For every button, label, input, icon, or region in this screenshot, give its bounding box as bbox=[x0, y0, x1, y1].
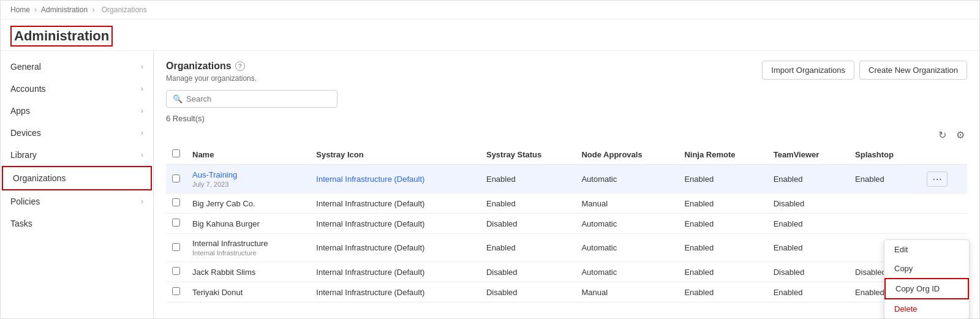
row-checkbox[interactable] bbox=[172, 243, 180, 251]
systray-status-cell: Enabled bbox=[480, 193, 575, 214]
teamviewer-cell: Disabled bbox=[767, 193, 849, 214]
node-approvals-cell: Manual bbox=[575, 193, 678, 214]
more-actions-button[interactable]: ⋯ bbox=[927, 171, 948, 187]
breadcrumb-home[interactable]: Home bbox=[10, 6, 30, 14]
actions-cell bbox=[921, 214, 967, 234]
page-title: Administration bbox=[10, 26, 113, 47]
actions-cell: ⋯ bbox=[921, 165, 967, 193]
select-all-checkbox[interactable] bbox=[172, 149, 180, 157]
org-name2: Internal Infrastructure bbox=[192, 249, 304, 257]
ninja-remote-cell: Enabled bbox=[678, 193, 767, 214]
col-splashtop: Splashtop bbox=[849, 144, 921, 165]
row-checkbox[interactable] bbox=[172, 219, 180, 227]
col-systray-status: Systray Status bbox=[480, 144, 575, 165]
search-input[interactable] bbox=[186, 94, 331, 103]
menu-item-copy-org-id[interactable]: Copy Org ID bbox=[884, 278, 969, 299]
search-icon: 🔍 bbox=[173, 94, 183, 103]
content-title: Organizations ? bbox=[166, 61, 257, 72]
splashtop-cell bbox=[849, 214, 921, 234]
splashtop-cell bbox=[849, 193, 921, 214]
search-box: 🔍 bbox=[166, 90, 337, 108]
systray-icon-cell: Internal Infrastructure (Default) bbox=[310, 193, 480, 214]
chevron-right-icon: › bbox=[141, 107, 143, 115]
import-organizations-button[interactable]: Import Organizations bbox=[762, 61, 854, 80]
teamviewer-cell: Enabled bbox=[767, 165, 849, 193]
chevron-right-icon: › bbox=[141, 129, 143, 137]
results-count: 6 Result(s) bbox=[166, 114, 967, 123]
col-teamviewer: TeamViewer bbox=[767, 144, 849, 165]
col-node-approvals: Node Approvals bbox=[575, 144, 678, 165]
systray-status-cell: Disabled bbox=[480, 214, 575, 234]
sidebar-item-devices[interactable]: Devices › bbox=[1, 122, 153, 144]
col-actions bbox=[921, 144, 967, 165]
teamviewer-cell: Enabled bbox=[767, 282, 849, 302]
node-approvals-cell: Manual bbox=[575, 282, 678, 302]
teamviewer-cell: Enabled bbox=[767, 234, 849, 262]
settings-button[interactable]: ⚙ bbox=[954, 128, 967, 142]
page-header: Administration bbox=[1, 20, 979, 51]
menu-item-edit[interactable]: Edit bbox=[884, 240, 969, 259]
table-toolbar: ↻ ⚙ bbox=[166, 128, 967, 142]
org-name-link[interactable]: Aus-Training bbox=[192, 170, 237, 179]
chevron-right-icon: › bbox=[141, 84, 143, 93]
breadcrumb-administration[interactable]: Administration bbox=[41, 6, 88, 14]
header-buttons: Import Organizations Create New Organiza… bbox=[762, 61, 967, 80]
breadcrumb: Home › Administration › Organizations bbox=[1, 1, 979, 20]
menu-item-delete[interactable]: Delete bbox=[884, 299, 969, 318]
search-container: 🔍 bbox=[166, 90, 967, 108]
row-checkbox[interactable] bbox=[172, 198, 180, 206]
systray-icon-cell: Internal Infrastructure (Default) bbox=[310, 214, 480, 234]
teamviewer-cell: Enabled bbox=[767, 214, 849, 234]
systray-icon-cell: Internal Infrastructure (Default) bbox=[310, 165, 480, 193]
content-area: Organizations ? Manage your organization… bbox=[154, 51, 979, 318]
content-title-block: Organizations ? Manage your organization… bbox=[166, 61, 257, 83]
row-checkbox[interactable] bbox=[172, 267, 180, 275]
sidebar-item-tasks[interactable]: Tasks bbox=[1, 212, 153, 235]
node-approvals-cell: Automatic bbox=[575, 165, 678, 193]
node-approvals-cell: Automatic bbox=[575, 262, 678, 282]
ninja-remote-cell: Enabled bbox=[678, 214, 767, 234]
splashtop-cell: Enabled bbox=[849, 165, 921, 193]
ninja-remote-cell: Enabled bbox=[678, 262, 767, 282]
sidebar: General › Accounts › Apps › Devices › Li… bbox=[1, 51, 154, 318]
org-name-cell: Big Kahuna Burger bbox=[186, 214, 310, 234]
systray-status-cell: Disabled bbox=[480, 282, 575, 302]
table-row: Jack Rabbit SlimsInternal Infrastructure… bbox=[166, 262, 967, 282]
node-approvals-cell: Automatic bbox=[575, 214, 678, 234]
org-name-cell: Teriyaki Donut bbox=[186, 282, 310, 302]
systray-status-cell: Disabled bbox=[480, 262, 575, 282]
menu-item-copy[interactable]: Copy bbox=[884, 259, 969, 278]
row-checkbox[interactable] bbox=[172, 175, 180, 182]
sidebar-item-apps[interactable]: Apps › bbox=[1, 100, 153, 122]
breadcrumb-current: Organizations bbox=[102, 6, 147, 14]
context-menu: Edit Copy Copy Org ID Delete bbox=[884, 239, 970, 319]
row-checkbox[interactable] bbox=[172, 287, 180, 295]
teamviewer-cell: Disabled bbox=[767, 262, 849, 282]
org-name-cell: Jack Rabbit Slims bbox=[186, 262, 310, 282]
sidebar-item-policies[interactable]: Policies › bbox=[1, 190, 153, 212]
col-name: Name bbox=[186, 144, 310, 165]
systray-status-cell: Enabled bbox=[480, 165, 575, 193]
sidebar-item-general[interactable]: General › bbox=[1, 56, 153, 78]
col-ninja-remote: Ninja Remote bbox=[678, 144, 767, 165]
org-name-text: Teriyaki Donut bbox=[192, 288, 243, 297]
select-all-header bbox=[166, 144, 186, 165]
sidebar-item-library[interactable]: Library › bbox=[1, 144, 153, 166]
systray-icon-cell: Internal Infrastructure (Default) bbox=[310, 262, 480, 282]
table-row: Teriyaki DonutInternal Infrastructure (D… bbox=[166, 282, 967, 302]
systray-icon-cell: Internal Infrastructure (Default) bbox=[310, 282, 480, 302]
info-icon[interactable]: ? bbox=[235, 61, 245, 71]
sidebar-item-organizations[interactable]: Organizations bbox=[2, 166, 152, 190]
chevron-right-icon: › bbox=[141, 197, 143, 206]
org-name-text: Internal Infrastructure bbox=[192, 239, 268, 248]
table-row: Aus-TrainingJuly 7, 2023Internal Infrast… bbox=[166, 165, 967, 193]
create-new-organization-button[interactable]: Create New Organization bbox=[859, 61, 967, 80]
ninja-remote-cell: Enabled bbox=[678, 165, 767, 193]
actions-cell bbox=[921, 193, 967, 214]
table-row: Big Jerry Cab Co.Internal Infrastructure… bbox=[166, 193, 967, 214]
chevron-right-icon: › bbox=[141, 62, 143, 71]
col-systray-icon: Systray Icon bbox=[310, 144, 480, 165]
sidebar-item-accounts[interactable]: Accounts › bbox=[1, 78, 153, 100]
refresh-button[interactable]: ↻ bbox=[936, 128, 949, 142]
systray-icon-link[interactable]: Internal Infrastructure (Default) bbox=[316, 175, 424, 184]
